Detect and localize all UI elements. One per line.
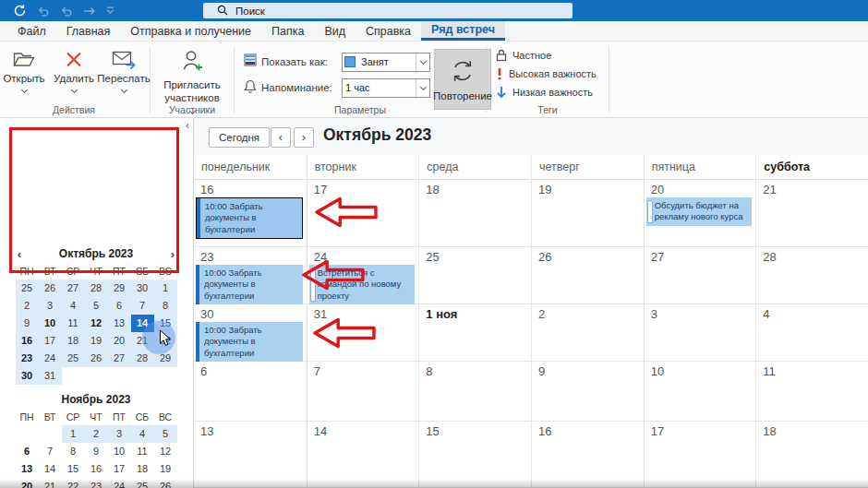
- mini-day[interactable]: 24: [108, 478, 131, 488]
- mini-day[interactable]: 4: [131, 425, 154, 443]
- mini-day[interactable]: 19: [154, 460, 177, 478]
- calendar-day-cell[interactable]: 11: [755, 362, 868, 422]
- mini-day[interactable]: 4: [62, 297, 85, 315]
- mini-day[interactable]: 6: [108, 297, 131, 315]
- tab-meeting-series[interactable]: Ряд встреч: [421, 21, 505, 41]
- mini-day[interactable]: 30: [16, 367, 39, 385]
- private-button[interactable]: Частное: [496, 46, 607, 65]
- calendar-day-cell[interactable]: 20Обсудить бюджет на рекламу нового курс…: [644, 180, 756, 247]
- mini-day[interactable]: 18: [62, 332, 85, 350]
- mini-day[interactable]: 26: [39, 280, 62, 297]
- calendar-day-cell[interactable]: 21: [755, 180, 868, 247]
- reminder-dropdown[interactable]: 1 час: [342, 78, 430, 98]
- mini-day[interactable]: 9: [85, 443, 108, 460]
- mini-day[interactable]: 25: [62, 350, 85, 367]
- mini-day[interactable]: 1: [62, 425, 85, 443]
- mini-day[interactable]: 12: [85, 315, 108, 332]
- tab-send-receive[interactable]: Отправка и получение: [120, 21, 261, 41]
- mini-day[interactable]: 19: [85, 332, 108, 350]
- tab-folder[interactable]: Папка: [261, 21, 314, 41]
- calendar-day-cell[interactable]: 18: [755, 422, 868, 488]
- calendar-day-cell[interactable]: 14: [307, 422, 419, 488]
- mini-day[interactable]: 2: [85, 425, 108, 443]
- mini-day[interactable]: 10: [39, 315, 62, 332]
- calendar-day-cell[interactable]: 1610:00 Забрать документы в бухгалтерии: [194, 180, 307, 247]
- calendar-day-cell[interactable]: 19: [531, 180, 644, 247]
- calendar-day-cell[interactable]: 27: [644, 247, 756, 304]
- mini-day[interactable]: 10: [108, 443, 131, 460]
- calendar-day-cell[interactable]: 1 ноя: [418, 304, 531, 362]
- mini-day[interactable]: 5: [85, 297, 108, 315]
- calendar-day-cell[interactable]: 26: [531, 247, 644, 304]
- mini-day[interactable]: 20: [16, 478, 39, 488]
- calendar-day-cell[interactable]: 13: [194, 422, 307, 488]
- mini-day[interactable]: 31: [39, 367, 62, 385]
- calendar-day-cell[interactable]: 17: [644, 422, 756, 488]
- mini-day[interactable]: 27: [108, 350, 131, 367]
- calendar-day-cell[interactable]: 28: [755, 247, 868, 304]
- tab-file[interactable]: Файл: [7, 21, 56, 41]
- calendar-day-cell[interactable]: 6: [194, 362, 307, 422]
- mini-day[interactable]: 3: [39, 297, 62, 315]
- recurrence-button[interactable]: Повторение: [434, 49, 491, 110]
- mini-day[interactable]: 2: [16, 297, 39, 315]
- calendar-day-cell[interactable]: 7: [307, 362, 419, 422]
- mini-day[interactable]: 17: [39, 332, 62, 350]
- calendar-day-cell[interactable]: 8: [418, 362, 531, 422]
- calendar-day-cell[interactable]: 3: [644, 304, 756, 362]
- calendar-event[interactable]: 10:00 Забрать документы в бухгалтерии: [196, 265, 303, 304]
- mini-day[interactable]: 16: [16, 332, 39, 350]
- tab-home[interactable]: Главная: [56, 21, 121, 41]
- search-input[interactable]: Поиск: [203, 3, 573, 18]
- calendar-event[interactable]: Обсудить бюджет на рекламу нового курса: [646, 197, 753, 226]
- low-importance-button[interactable]: Низкая важность: [496, 83, 607, 101]
- mini-day[interactable]: 13: [16, 460, 39, 478]
- mini-day[interactable]: 17: [108, 460, 131, 478]
- mini-day[interactable]: 13: [108, 315, 131, 332]
- calendar-day-cell[interactable]: 16: [531, 422, 644, 488]
- mini-day[interactable]: 15: [62, 460, 85, 478]
- mini-day[interactable]: 7: [39, 443, 62, 460]
- calendar-day-cell[interactable]: 18: [418, 180, 531, 247]
- mini-day[interactable]: 6: [16, 443, 39, 460]
- chevron-down-icon[interactable]: [416, 54, 429, 71]
- calendar-day-cell[interactable]: 4: [755, 304, 868, 362]
- collapse-sidebar-icon[interactable]: ‹: [186, 119, 189, 132]
- mini-day[interactable]: 12: [154, 443, 177, 460]
- mini-day[interactable]: 29: [108, 280, 131, 297]
- calendar-day-cell[interactable]: 2310:00 Забрать документы в бухгалтерии: [194, 247, 307, 304]
- mini-day[interactable]: 23: [85, 478, 108, 488]
- sync-icon[interactable]: [13, 4, 27, 18]
- next-month-button[interactable]: ›: [294, 127, 314, 148]
- mini-day[interactable]: 22: [62, 478, 85, 488]
- mini-day[interactable]: 25: [131, 478, 154, 488]
- mini-day[interactable]: 7: [131, 297, 154, 315]
- today-button[interactable]: Сегодня: [209, 127, 270, 148]
- mini-day[interactable]: 18: [131, 460, 154, 478]
- calendar-day-cell[interactable]: 10: [644, 362, 756, 422]
- calendar-day-cell[interactable]: 3010:00 Забрать документы в бухгалтерии: [194, 304, 307, 362]
- calendar-day-cell[interactable]: 25: [418, 247, 531, 304]
- mini-day[interactable]: 26: [85, 350, 108, 367]
- mini-day[interactable]: 27: [62, 280, 85, 297]
- mini-day[interactable]: 14: [39, 460, 62, 478]
- mini-day[interactable]: 21: [39, 478, 62, 488]
- mini-day[interactable]: 9: [16, 315, 39, 332]
- calendar-day-cell[interactable]: 2: [531, 304, 644, 362]
- mini-day[interactable]: 3: [108, 425, 131, 443]
- prev-month-button[interactable]: ‹: [271, 127, 291, 148]
- mini-day[interactable]: 23: [16, 350, 39, 367]
- mini-day[interactable]: 8: [154, 297, 177, 315]
- calendar-event[interactable]: 10:00 Забрать документы в бухгалтерии: [196, 322, 303, 362]
- high-importance-button[interactable]: Высокая важность: [496, 65, 607, 83]
- chevron-down-icon[interactable]: [416, 79, 429, 97]
- mini-day[interactable]: 11: [62, 315, 85, 332]
- mini-day[interactable]: 20: [108, 332, 131, 350]
- mini-day[interactable]: 25: [16, 280, 39, 297]
- mini-day[interactable]: 26: [154, 478, 177, 488]
- mini-day[interactable]: 24: [39, 350, 62, 367]
- calendar-day-cell[interactable]: 15: [418, 422, 531, 488]
- show-as-dropdown[interactable]: Занят: [342, 53, 430, 72]
- mini-day[interactable]: 11: [131, 443, 154, 460]
- mini-day[interactable]: 5: [154, 425, 177, 443]
